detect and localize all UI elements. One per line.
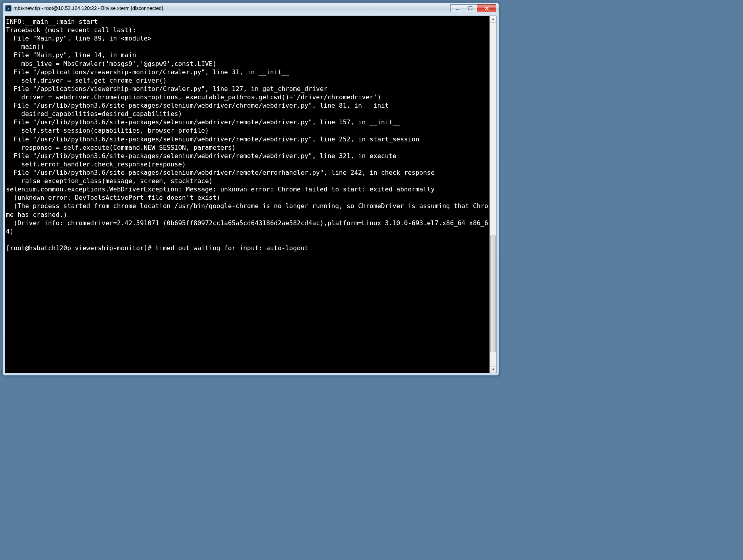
client-frame: INFO:__main__:main start Traceback (most… xyxy=(3,14,499,375)
titlebar[interactable]: x mbs-new.tlp - root@10.52.124.120:22 - … xyxy=(3,3,499,14)
terminal-window: x mbs-new.tlp - root@10.52.124.120:22 - … xyxy=(2,2,499,376)
scroll-track[interactable] xyxy=(490,23,496,366)
maximize-button[interactable] xyxy=(464,4,477,12)
app-icon: x xyxy=(5,5,12,12)
scroll-down-button[interactable] xyxy=(490,366,496,373)
close-button[interactable] xyxy=(477,4,496,12)
svg-rect-1 xyxy=(469,7,472,10)
scroll-thumb[interactable] xyxy=(490,236,496,352)
window-controls xyxy=(450,4,497,12)
client-area: INFO:__main__:main start Traceback (most… xyxy=(5,15,497,373)
vertical-scrollbar[interactable] xyxy=(490,16,496,373)
minimize-button[interactable] xyxy=(450,4,464,12)
window-title: mbs-new.tlp - root@10.52.124.120:22 - Bi… xyxy=(14,6,450,11)
scroll-up-button[interactable] xyxy=(490,16,496,23)
terminal-output[interactable]: INFO:__main__:main start Traceback (most… xyxy=(5,16,490,373)
svg-rect-0 xyxy=(456,9,459,10)
